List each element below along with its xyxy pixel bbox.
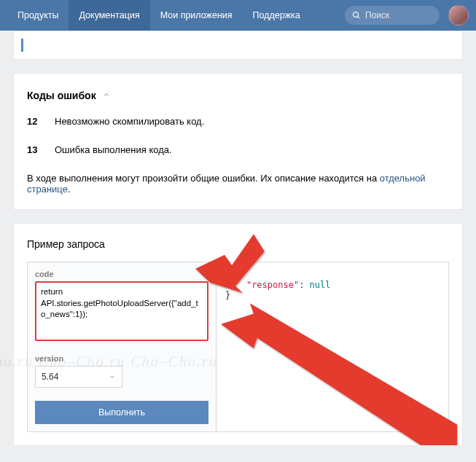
nav-documentation[interactable]: Документация [69,0,149,31]
example-request-card: Пример запроса code version 5.64 Выполни… [13,223,463,446]
svg-line-1 [358,17,360,19]
version-label: version [35,354,208,363]
search-box[interactable] [345,6,440,25]
error-text: Ошибка выполнения кода. [55,144,172,155]
error-codes-card: Коды ошибок 12 Невозможно скомпилировать… [13,73,463,210]
error-codes-title: Коды ошибок [27,90,449,101]
example-body: code version 5.64 Выполнить { "response"… [27,262,449,432]
chevron-up-icon[interactable] [102,90,111,101]
error-code: 13 [27,144,42,155]
top-stub-card [13,31,463,60]
code-label: code [35,270,208,278]
example-request-title: Пример запроса [27,238,449,250]
highlight-bar [21,39,455,52]
code-input[interactable] [35,281,208,341]
version-select[interactable]: 5.64 [35,366,122,388]
note-prefix: В ходе выполнения могут произойти общие … [27,173,380,184]
execute-button[interactable]: Выполнить [35,401,208,424]
search-input[interactable] [365,10,431,20]
avatar[interactable] [448,5,469,26]
nav-my-apps[interactable]: Мои приложения [150,0,243,31]
version-field-group: version 5.64 [35,354,208,388]
common-errors-note: В ходе выполнения могут произойти общие … [27,173,449,195]
note-suffix: . [68,184,71,195]
nav-support[interactable]: Поддержка [243,0,311,31]
error-code: 12 [27,116,42,127]
response-value: null [310,280,331,290]
search-icon [352,11,361,20]
chevron-down-icon [109,373,116,380]
request-form-panel: code version 5.64 Выполнить [27,262,216,432]
nav-products[interactable]: Продукты [7,0,69,31]
version-value: 5.64 [42,372,58,382]
error-text: Невозможно скомпилировать код. [55,116,204,127]
svg-point-0 [354,12,359,17]
error-row: 13 Ошибка выполнения кода. [27,144,449,155]
top-nav: Продукты Документация Мои приложения Под… [0,0,476,31]
response-key: "response" [246,280,299,290]
error-row: 12 Невозможно скомпилировать код. [27,116,449,127]
error-codes-title-text: Коды ошибок [27,90,96,101]
code-field-group: code [35,270,208,344]
response-panel: { "response": null } [216,262,449,432]
